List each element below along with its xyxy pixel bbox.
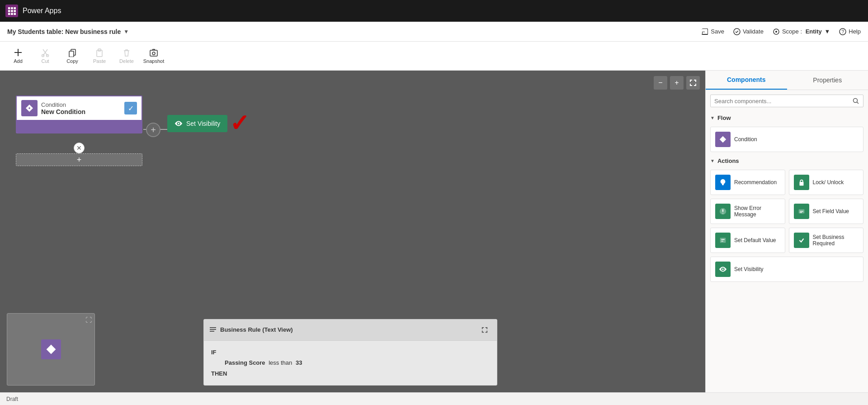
- svg-rect-3: [8, 10, 10, 12]
- svg-rect-5: [14, 10, 16, 12]
- draft-status: Draft: [6, 396, 18, 402]
- cut-button[interactable]: Cut: [33, 43, 58, 69]
- svg-rect-24: [210, 331, 214, 332]
- condition-bar: [17, 120, 142, 133]
- text-view-panel: Business Rule (Text View) IF Passing Sco…: [203, 319, 497, 386]
- component-set-default-value[interactable]: Set Default Value: [710, 228, 785, 253]
- text-view-expand-button[interactable]: [478, 323, 491, 337]
- check-icon[interactable]: ✓: [124, 102, 137, 114]
- set-visibility-icon: [715, 262, 731, 277]
- flow-triangle-icon: ▼: [710, 115, 715, 120]
- flow-components: Condition: [706, 124, 868, 155]
- condition-card-header: Condition New Condition ✓: [17, 96, 142, 120]
- search-box: [710, 95, 863, 107]
- canvas: − + Condition New Condition ✓: [0, 71, 705, 392]
- delete-condition-button[interactable]: ✕: [74, 143, 85, 153]
- svg-rect-0: [8, 7, 10, 10]
- svg-rect-8: [14, 13, 16, 15]
- text-view-body: IF Passing Score less than 33 THEN: [204, 341, 497, 385]
- svg-point-11: [775, 31, 777, 33]
- add-button[interactable]: Add: [5, 43, 31, 69]
- status-bar: Draft: [0, 392, 868, 405]
- condition-comp-icon: [715, 132, 731, 147]
- component-set-visibility[interactable]: Set Visibility: [710, 257, 863, 282]
- condition-text: Condition New Condition: [41, 101, 121, 115]
- svg-rect-22: [210, 327, 216, 328]
- delete-button[interactable]: Delete: [114, 43, 139, 69]
- thumbnail-inner: [7, 314, 94, 385]
- zoom-out-button[interactable]: −: [654, 76, 667, 90]
- set-field-value-icon: [794, 204, 809, 219]
- right-panel-tabs: Components Properties: [706, 71, 868, 90]
- thumbnail-panel: ⛶: [7, 313, 95, 386]
- text-view-title: Business Rule (Text View): [209, 326, 293, 334]
- thumbnail-expand-button[interactable]: ⛶: [85, 316, 92, 324]
- tab-components[interactable]: Components: [706, 71, 787, 90]
- actions-components: Recommendation Lock/ Unlock Show Error M…: [706, 167, 868, 285]
- svg-rect-27: [799, 182, 803, 186]
- svg-rect-7: [11, 13, 13, 15]
- scope-label: Scope : Entity ▼: [782, 28, 830, 35]
- svg-rect-17: [69, 51, 74, 57]
- condition-card[interactable]: Condition New Condition ✓: [16, 95, 142, 133]
- right-panel: Components Properties ▼ Flow Condition: [705, 71, 868, 392]
- validate-button[interactable]: Validate: [733, 28, 764, 35]
- search-input[interactable]: [714, 98, 849, 105]
- component-set-business-required[interactable]: Set Business Required: [789, 228, 864, 253]
- set-business-required-icon: [794, 233, 809, 248]
- fit-screen-button[interactable]: [686, 76, 700, 90]
- app-title: Power Apps: [23, 7, 61, 15]
- condition-icon-box: [21, 100, 38, 116]
- svg-rect-4: [11, 10, 13, 12]
- component-recommendation[interactable]: Recommendation: [710, 170, 785, 195]
- svg-rect-23: [210, 329, 216, 330]
- component-lock-unlock[interactable]: Lock/ Unlock: [789, 170, 864, 195]
- canvas-controls: − +: [654, 76, 700, 90]
- toolbar: Add Cut Copy Paste Delete Snapshot: [0, 42, 868, 71]
- snapshot-button[interactable]: Snapshot: [141, 43, 166, 69]
- text-view-header: Business Rule (Text View): [204, 319, 497, 341]
- actions-section-header[interactable]: ▼ Actions: [706, 155, 868, 167]
- component-set-field-value[interactable]: Set Field Value: [789, 199, 864, 224]
- set-visibility-card[interactable]: Set Visibility: [167, 115, 227, 132]
- set-default-value-icon: [715, 233, 731, 248]
- svg-rect-20: [150, 50, 157, 56]
- help-button[interactable]: ? Help: [839, 28, 861, 35]
- svg-rect-30: [720, 238, 726, 243]
- zoom-in-button[interactable]: +: [670, 76, 684, 90]
- svg-rect-1: [11, 7, 13, 10]
- thumbnail-condition-icon: [41, 339, 61, 359]
- big-checkmark: ✓: [230, 111, 250, 135]
- svg-point-25: [854, 99, 858, 103]
- search-icon: [852, 97, 859, 105]
- set-visibility-block: Set Visibility: [167, 115, 227, 132]
- paste-button[interactable]: Paste: [87, 43, 112, 69]
- flow-section-header[interactable]: ▼ Flow: [706, 112, 868, 124]
- scope-chevron-icon: ▼: [824, 28, 830, 35]
- page-breadcrumb: My Students table: New business rule ▼: [7, 28, 129, 35]
- component-condition[interactable]: Condition: [710, 127, 863, 152]
- tab-properties[interactable]: Properties: [787, 71, 868, 90]
- chevron-down-icon[interactable]: ▼: [123, 29, 129, 35]
- top-bar: Power Apps: [0, 0, 868, 22]
- waffle-icon[interactable]: [5, 5, 18, 17]
- sub-header: My Students table: New business rule ▼ S…: [0, 22, 868, 42]
- component-show-error-message[interactable]: Show Error Message: [710, 199, 785, 224]
- scope-button[interactable]: Scope : Entity ▼: [773, 28, 830, 35]
- svg-point-21: [152, 52, 155, 55]
- svg-rect-6: [8, 13, 10, 15]
- svg-rect-2: [14, 7, 16, 10]
- svg-text:?: ?: [842, 29, 844, 34]
- add-condition-button[interactable]: +: [16, 153, 142, 166]
- recommendation-icon: [715, 175, 731, 190]
- lock-unlock-icon: [794, 175, 809, 190]
- actions-triangle-icon: ▼: [710, 158, 715, 163]
- show-error-icon: [715, 204, 731, 219]
- plus-connector-button[interactable]: +: [146, 123, 160, 137]
- save-button[interactable]: Save: [701, 28, 724, 35]
- main-area: − + Condition New Condition ✓: [0, 71, 868, 392]
- header-actions: Save Validate Scope : Entity ▼ ? Help: [701, 28, 861, 35]
- condition-block: Condition New Condition ✓ ✕ +: [16, 95, 142, 133]
- svg-line-26: [857, 102, 859, 104]
- copy-button[interactable]: Copy: [60, 43, 85, 69]
